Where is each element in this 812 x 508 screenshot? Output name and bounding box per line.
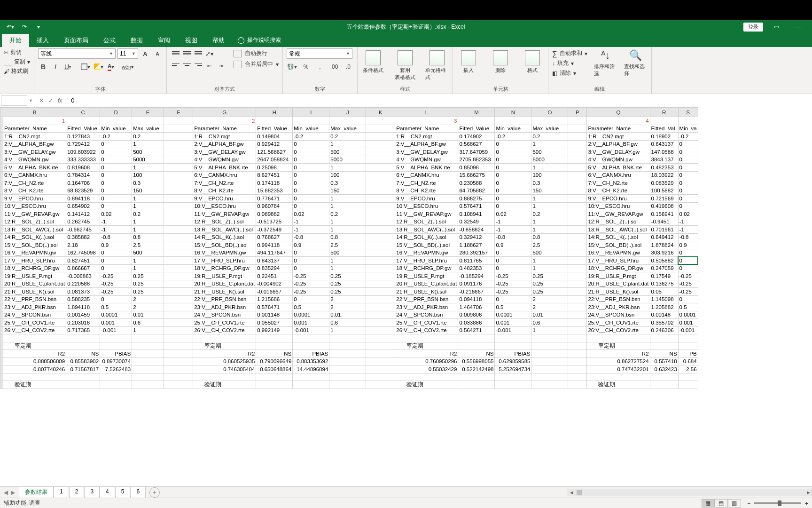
cell[interactable]: 0.2: [531, 133, 568, 141]
cell[interactable]: 5000: [329, 156, 366, 164]
column-header[interactable]: S: [678, 108, 698, 117]
cell[interactable]: 494.117647: [256, 249, 293, 257]
cell[interactable]: 1.894118: [66, 303, 100, 311]
cell[interactable]: [366, 233, 395, 241]
cell[interactable]: -2.56: [678, 365, 698, 373]
cell[interactable]: -1: [678, 226, 698, 234]
cell[interactable]: 20:R__USLE_C.plant.dat: [3, 280, 66, 288]
cell[interactable]: 0.0001: [100, 311, 132, 319]
copy-button[interactable]: 复制▾: [4, 58, 30, 66]
cell[interactable]: NS: [66, 350, 100, 358]
cell[interactable]: 2:V__ALPHA_BF.gw: [587, 140, 650, 148]
align-bottom-button[interactable]: [193, 48, 203, 58]
cell[interactable]: -1: [100, 226, 132, 234]
cell[interactable]: [568, 249, 587, 257]
find-select-button[interactable]: 🔍查找和选择: [624, 49, 648, 77]
cell[interactable]: 0.843137: [256, 257, 293, 265]
cell[interactable]: 21:R__USLE_K().sol: [395, 288, 458, 296]
cell[interactable]: 0: [678, 249, 698, 257]
cell[interactable]: 0.25: [531, 288, 568, 296]
cell[interactable]: 0: [678, 140, 698, 148]
cell[interactable]: [164, 326, 193, 334]
cell[interactable]: 303.9216: [650, 249, 678, 257]
cell[interactable]: 0.960784: [256, 202, 293, 210]
cell[interactable]: 15:V__SOL_BD(..).sol: [3, 241, 66, 249]
cell[interactable]: -0.001: [495, 326, 531, 334]
cell[interactable]: 1: [531, 264, 568, 272]
cell[interactable]: 0.5: [678, 303, 698, 311]
cell[interactable]: 22:V__PRF_BSN.bsn: [193, 295, 256, 303]
decrease-font-button[interactable]: A: [152, 48, 163, 59]
cell[interactable]: [66, 381, 100, 389]
cell[interactable]: -0.2: [678, 133, 698, 141]
cell[interactable]: 0: [293, 249, 329, 257]
cell[interactable]: 7:V__CH_N2.rte: [193, 179, 256, 187]
cell[interactable]: 0.009806: [458, 311, 495, 319]
cell[interactable]: 23:V__ADJ_PKR.bsn: [193, 303, 256, 311]
cell[interactable]: 18:V__RCHRG_DP.gw: [395, 264, 458, 272]
cell[interactable]: 1: [329, 140, 366, 148]
cell[interactable]: 0: [100, 295, 132, 303]
cell[interactable]: -0.2: [495, 133, 531, 141]
cell[interactable]: 0: [293, 257, 329, 265]
cell[interactable]: 0.01: [329, 311, 366, 319]
cell[interactable]: 1:R__CN2.mgt: [587, 133, 650, 141]
cell[interactable]: -0.25: [100, 272, 132, 280]
cell[interactable]: 0: [293, 156, 329, 164]
autosum-button[interactable]: ∑自动求和▾: [552, 49, 587, 57]
align-top-button[interactable]: [171, 48, 181, 58]
cell[interactable]: [531, 334, 568, 342]
cell[interactable]: 0.522142498: [458, 365, 495, 373]
cell[interactable]: 0.32549: [458, 218, 495, 226]
cell[interactable]: 0.108941: [458, 210, 495, 218]
cell[interactable]: 率定期: [193, 342, 256, 350]
cell[interactable]: [458, 334, 495, 342]
cell[interactable]: [568, 125, 587, 133]
cell[interactable]: 0.2: [531, 210, 568, 218]
cell[interactable]: [568, 373, 587, 381]
cell[interactable]: [366, 241, 395, 249]
cell[interactable]: 18:V__RCHRG_DP.gw: [193, 264, 256, 272]
cell[interactable]: 1: [132, 257, 164, 265]
cell[interactable]: [164, 171, 193, 179]
cell[interactable]: 0: [678, 187, 698, 195]
cell[interactable]: [293, 381, 329, 389]
cell[interactable]: 0.9: [100, 241, 132, 249]
column-header[interactable]: M: [458, 108, 495, 117]
cell[interactable]: 0.0001: [293, 311, 329, 319]
cell[interactable]: 24:V__SPCON.bsn: [193, 311, 256, 319]
cell[interactable]: [3, 373, 66, 381]
cell[interactable]: [132, 373, 164, 381]
cell[interactable]: 0: [678, 179, 698, 187]
cell[interactable]: 0: [100, 164, 132, 172]
font-color-button[interactable]: A▾: [106, 62, 116, 72]
cell[interactable]: 12:R__SOL_Z(..).sol: [395, 218, 458, 226]
cell[interactable]: [678, 381, 698, 389]
font-size-combo[interactable]: 11▼: [117, 48, 138, 59]
cell[interactable]: 0.992149: [256, 326, 293, 334]
cell[interactable]: 0.9: [678, 241, 698, 249]
cell[interactable]: 4:V__GWQMN.gw: [3, 156, 66, 164]
cell[interactable]: [366, 179, 395, 187]
cell[interactable]: -0.006863: [66, 272, 100, 280]
cell[interactable]: 0.860525935: [193, 357, 256, 365]
cell[interactable]: 18:V__RCHRG_DP.gw: [587, 264, 650, 272]
sort-filter-button[interactable]: ᴬ↓排序和筛选: [594, 49, 617, 77]
cell[interactable]: [164, 357, 193, 365]
cell[interactable]: [568, 210, 587, 218]
percent-button[interactable]: %: [301, 62, 311, 72]
cell[interactable]: 500: [329, 249, 366, 257]
cell[interactable]: [568, 156, 587, 164]
cell[interactable]: 10:V__ESCO.hru: [395, 202, 458, 210]
cell[interactable]: [164, 303, 193, 311]
cell[interactable]: [164, 179, 193, 187]
cell[interactable]: [366, 342, 395, 350]
cell[interactable]: -0.004902: [256, 280, 293, 288]
cell[interactable]: 1: [3, 117, 66, 125]
decrease-decimal-button[interactable]: .0: [343, 62, 353, 72]
cell[interactable]: [366, 288, 395, 296]
cell[interactable]: 20:R__USLE_C.plant.dat: [587, 280, 650, 288]
cell[interactable]: Min_value: [495, 125, 531, 133]
cell[interactable]: 21:R__USLE_K().sol: [587, 288, 650, 296]
cell[interactable]: 17:V__HRU_SLP.hru: [193, 257, 256, 265]
